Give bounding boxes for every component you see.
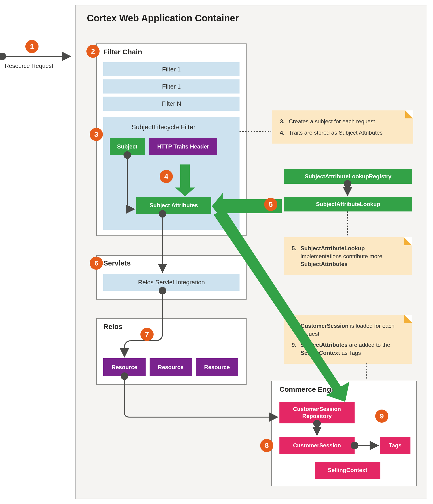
note-fold-icon	[404, 237, 412, 245]
customer-session: CustomerSession	[279, 437, 354, 454]
resource-3: Resource	[196, 358, 238, 376]
lookup-registry-box: SubjectAttributeLookupRegistry	[284, 169, 412, 184]
request-label: Resource Request	[5, 63, 53, 69]
badge-6: 6	[90, 257, 103, 270]
note-5-text: SubjectAttributeLookup implementations c…	[300, 244, 405, 268]
badge-4: 4	[160, 170, 173, 183]
badge-2: 2	[86, 45, 100, 58]
note-5-num: 5.	[292, 244, 298, 268]
badge-9: 9	[375, 410, 388, 423]
commerce-title: Commerce Engine	[279, 385, 341, 393]
note-fold-icon	[404, 315, 412, 323]
note-8-text: CustomerSession is loaded for each reque…	[300, 322, 405, 338]
badge-7: 7	[141, 328, 154, 341]
filter-1a: Filter 1	[103, 62, 239, 76]
customer-session-repo: CustomerSession Repository	[279, 402, 354, 423]
servlets-title: Servlets	[103, 259, 131, 267]
badge-3: 3	[90, 128, 103, 141]
tags-box: Tags	[380, 437, 410, 454]
note-fold-icon	[405, 110, 413, 118]
http-traits-box: HTTP Traits Header	[149, 138, 217, 155]
filter-1b: Filter 1	[103, 79, 239, 93]
selling-context-box: SellingContext	[315, 462, 380, 479]
filter-chain-title: Filter Chain	[103, 48, 142, 56]
note-8-9: 8. CustomerSession is loaded for each re…	[284, 315, 412, 364]
note-5: 5. SubjectAttributeLookup implementation…	[284, 237, 412, 275]
note-3-text: Creates a subject for each request	[289, 117, 375, 126]
lookup-box: SubjectAttributeLookup	[284, 197, 412, 211]
note-4-num: 4.	[280, 129, 286, 137]
badge-8: 8	[260, 439, 273, 452]
page-title: Cortex Web Application Container	[87, 13, 239, 24]
relos-servlet-bar: Relos Servlet Integration	[103, 274, 239, 291]
note-8-num: 8.	[292, 322, 298, 338]
note-9-num: 9.	[292, 341, 298, 357]
resource-2: Resource	[150, 358, 192, 376]
subject-attributes-box: Subject Attributes	[136, 197, 211, 214]
subject-box: Subject	[110, 138, 145, 155]
note-3-4: 3.Creates a subject for each request 4.T…	[272, 110, 413, 144]
resource-1: Resource	[103, 358, 146, 376]
note-9-text: SubjectAttributes are added to the Selli…	[300, 341, 405, 357]
badge-5: 5	[264, 198, 277, 211]
relos-title: Relos	[103, 323, 123, 331]
note-3-num: 3.	[280, 117, 286, 126]
note-4-text: Traits are stored as Subject Attributes	[289, 129, 382, 137]
badge-1: 1	[25, 40, 38, 53]
lifecycle-title: SubjectLifecycle Filter	[132, 123, 195, 131]
filter-n: Filter N	[103, 97, 239, 111]
customer-session-repo-label: CustomerSession Repository	[279, 405, 354, 420]
